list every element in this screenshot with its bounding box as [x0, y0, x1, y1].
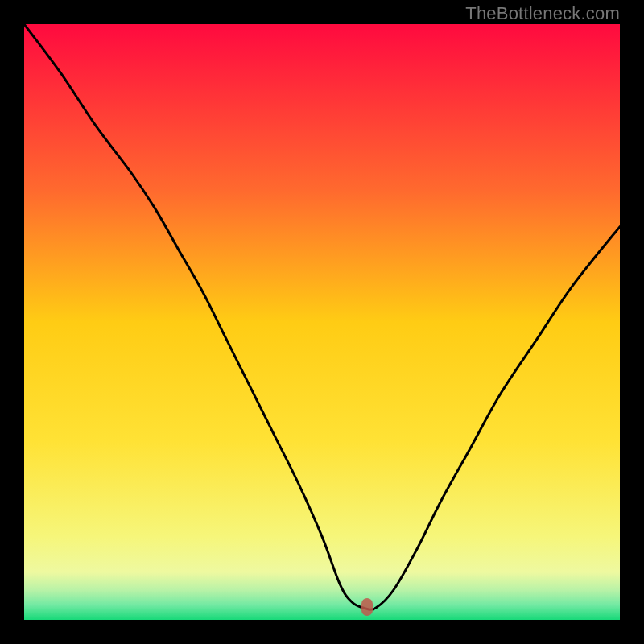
- watermark-text: TheBottleneck.com: [465, 3, 620, 24]
- chart-frame: TheBottleneck.com: [0, 0, 644, 644]
- plot-area: [24, 24, 620, 620]
- bottleneck-curve: [24, 24, 620, 620]
- optimum-marker: [361, 598, 373, 616]
